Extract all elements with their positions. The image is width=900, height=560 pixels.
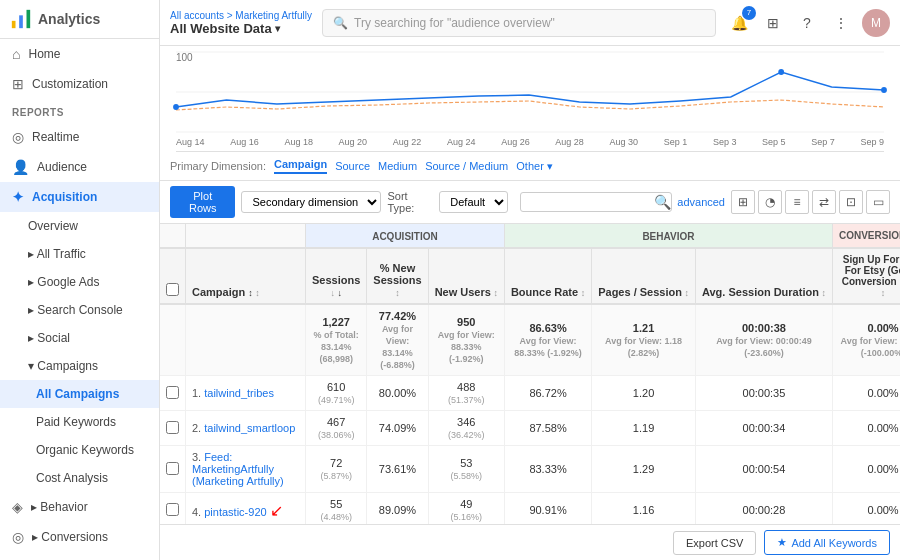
th-pages-session[interactable]: Pages / Session — [592, 248, 696, 304]
search-bar[interactable]: 🔍 Try searching for "audience overview" — [322, 9, 716, 37]
row-avg-session: 00:00:35 — [695, 376, 832, 411]
performance-icon[interactable]: ≡ — [785, 190, 809, 214]
header-actions: 🔔 7 ⊞ ? ⋮ M — [726, 9, 890, 37]
th-avg-session[interactable]: Avg. Session Duration — [695, 248, 832, 304]
sidebar-item-attribution[interactable]: ◈ Attribution BETA — [0, 552, 159, 560]
th-conv-rate[interactable]: Sign Up For Pins For Etsy (Goal 1 Conver… — [832, 248, 900, 304]
th-pct-new-sessions[interactable]: % New Sessions — [367, 248, 428, 304]
svg-rect-1 — [19, 15, 23, 28]
th-checkbox-group — [160, 224, 186, 248]
campaign-link[interactable]: pintastic-920 — [204, 506, 266, 518]
dim-source-medium[interactable]: Source / Medium — [425, 160, 508, 172]
data-table-icon[interactable]: ⊞ — [731, 190, 755, 214]
th-select-all[interactable] — [160, 248, 186, 304]
sidebar-item-search-console[interactable]: ▸ Search Console — [0, 296, 159, 324]
table-search-input[interactable] — [520, 192, 672, 212]
sidebar-item-home[interactable]: ⌂ Home — [0, 39, 159, 69]
sidebar-item-customization-label: Customization — [32, 77, 108, 91]
chart-area: 100 Aug 14 Aug 16 Aug 18 Aug 20 — [160, 46, 900, 152]
avatar[interactable]: M — [862, 9, 890, 37]
dim-other[interactable]: Other ▾ — [516, 160, 553, 173]
add-all-keywords-button[interactable]: ★ Add All Keywords — [764, 530, 890, 555]
help-icon[interactable]: ? — [794, 10, 820, 36]
behavior-icon: ◈ — [12, 499, 23, 515]
acquisition-icon: ✦ — [12, 189, 24, 205]
summary-row: 1,227 % of Total: 83.14% (68,998) 77.42%… — [160, 304, 900, 376]
th-campaign[interactable]: Campaign ↕ — [186, 248, 306, 304]
svg-rect-2 — [27, 10, 31, 28]
sidebar: Analytics ⌂ Home ⊞ Customization REPORTS… — [0, 0, 160, 560]
notification-btn[interactable]: 🔔 7 — [726, 10, 752, 36]
row-bounce: 83.33% — [504, 446, 591, 493]
comparison-icon[interactable]: ⇄ — [812, 190, 836, 214]
sidebar-item-audience[interactable]: 👤 Audience — [0, 152, 159, 182]
sort-type-select[interactable]: Default — [439, 191, 508, 213]
sidebar-item-cost-analysis-label: Cost Analysis — [36, 471, 108, 485]
sidebar-item-all-campaigns[interactable]: All Campaigns — [0, 380, 159, 408]
sidebar-item-google-ads[interactable]: ▸ Google Ads — [0, 268, 159, 296]
dim-source[interactable]: Source — [335, 160, 370, 172]
sidebar-item-behavior[interactable]: ◈ ▸ Behavior — [0, 492, 159, 522]
th-sessions[interactable]: Sessions↓ — [306, 248, 367, 304]
x-label-2: Aug 18 — [284, 137, 313, 147]
sidebar-item-realtime[interactable]: ◎ Realtime — [0, 122, 159, 152]
dropdown-arrow-icon: ▾ — [275, 23, 280, 34]
row-sessions: 610(49.71%) — [306, 376, 367, 411]
select-all-checkbox[interactable] — [166, 283, 179, 296]
apps-grid-icon[interactable]: ⊞ — [760, 10, 786, 36]
row-pages: 1.19 — [592, 411, 696, 446]
row-checkbox-0[interactable] — [166, 386, 179, 399]
row-checkbox-3[interactable] — [166, 503, 179, 516]
sidebar-item-audience-label: Audience — [37, 160, 87, 174]
secondary-dimension-select[interactable]: Secondary dimension — [241, 191, 381, 213]
sidebar-item-campaigns[interactable]: ▾ Campaigns — [0, 352, 159, 380]
x-label-13: Sep 9 — [860, 137, 884, 147]
pivot-icon[interactable]: ⊡ — [839, 190, 863, 214]
toolbar-row: Plot Rows Secondary dimension Sort Type:… — [160, 181, 900, 224]
account-name[interactable]: All Website Data ▾ — [170, 21, 312, 36]
summary-campaign — [186, 304, 306, 376]
summary-new-users: 950 Avg for View: 88.33% (-1.92%) — [428, 304, 504, 376]
row-pct-new: 80.00% — [367, 376, 428, 411]
row-sessions: 55(4.48%) — [306, 493, 367, 525]
sidebar-item-customization[interactable]: ⊞ Customization — [0, 69, 159, 99]
plot-rows-button[interactable]: Plot Rows — [170, 186, 235, 218]
sidebar-item-conversions[interactable]: ◎ ▸ Conversions — [0, 522, 159, 552]
campaign-link[interactable]: Feed: MarketingArtfully (Marketing Artfu… — [192, 451, 284, 487]
sidebar-item-cost-analysis[interactable]: Cost Analysis — [0, 464, 159, 492]
advanced-link[interactable]: advanced — [677, 196, 725, 208]
account-name-text: All Website Data — [170, 21, 272, 36]
th-acquisition-group: Acquisition — [306, 224, 505, 248]
home-icon: ⌂ — [12, 46, 20, 62]
campaign-link[interactable]: tailwind_tribes — [204, 387, 274, 399]
sidebar-item-behavior-label: ▸ Behavior — [31, 500, 88, 514]
sidebar-item-acquisition[interactable]: ✦ Acquisition — [0, 182, 159, 212]
row-checkbox-1[interactable] — [166, 421, 179, 434]
row-checkbox-2[interactable] — [166, 462, 179, 475]
row-bounce: 87.58% — [504, 411, 591, 446]
dim-campaign[interactable]: Campaign — [274, 158, 327, 174]
account-selector[interactable]: All accounts > Marketing Artfully All We… — [170, 10, 312, 36]
export-csv-button[interactable]: Export CSV — [673, 531, 756, 555]
row-avg-session: 00:00:28 — [695, 493, 832, 525]
sidebar-item-all-traffic[interactable]: ▸ All Traffic — [0, 240, 159, 268]
table-row: 3. Feed: MarketingArtfully (Marketing Ar… — [160, 446, 900, 493]
x-label-5: Aug 24 — [447, 137, 476, 147]
th-new-users[interactable]: New Users — [428, 248, 504, 304]
analytics-logo-icon — [10, 8, 32, 30]
sidebar-item-organic-keywords[interactable]: Organic Keywords — [0, 436, 159, 464]
campaign-link[interactable]: tailwind_smartloop — [204, 422, 295, 434]
sidebar-item-paid-keywords[interactable]: Paid Keywords — [0, 408, 159, 436]
th-conversions-group: Conversions Goal 1: Sign Up For Pins For… — [832, 224, 900, 248]
more-options-icon[interactable]: ⋮ — [828, 10, 854, 36]
sidebar-item-overview[interactable]: Overview — [0, 212, 159, 240]
svg-point-7 — [778, 69, 784, 75]
sidebar-item-google-ads-label: ▸ Google Ads — [28, 275, 99, 289]
sidebar-item-social[interactable]: ▸ Social — [0, 324, 159, 352]
dim-medium[interactable]: Medium — [378, 160, 417, 172]
pie-chart-icon[interactable]: ◔ — [758, 190, 782, 214]
lifetime-icon[interactable]: ▭ — [866, 190, 890, 214]
x-label-9: Sep 1 — [664, 137, 688, 147]
row-num: 2. — [192, 422, 201, 434]
th-bounce-rate[interactable]: Bounce Rate — [504, 248, 591, 304]
